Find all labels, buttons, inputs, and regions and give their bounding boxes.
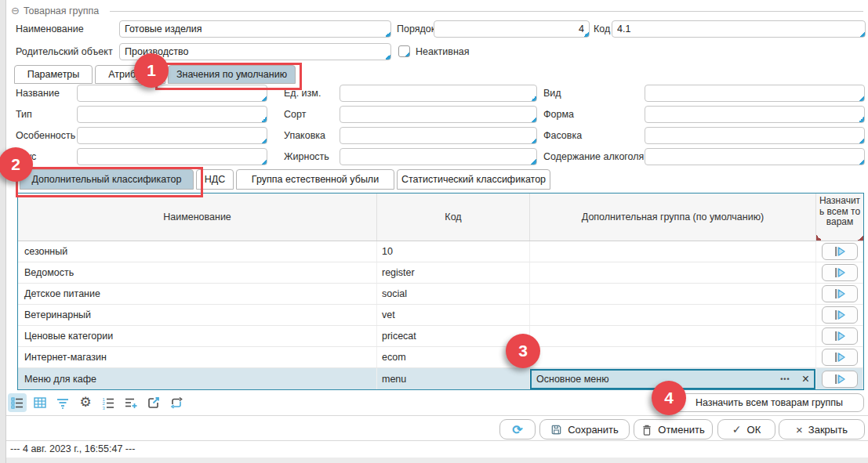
- code-input[interactable]: [612, 20, 866, 38]
- assign-row-button[interactable]: [822, 327, 858, 345]
- cell-default-group[interactable]: [530, 305, 816, 325]
- annotation-badge-3: 3: [506, 334, 540, 368]
- field-label: Ед. изм.: [284, 85, 321, 102]
- list-view-icon[interactable]: [8, 393, 27, 412]
- run-assign-icon: [833, 267, 846, 278]
- save-disk-icon: [550, 424, 562, 436]
- groupbox-title: ⊖ Товарная группа: [11, 5, 104, 16]
- cell-assign: [816, 262, 863, 283]
- assign-row-button[interactable]: [822, 243, 858, 260]
- refresh-button[interactable]: ⟳: [499, 419, 536, 439]
- ok-button[interactable]: ✓ ОК: [717, 419, 775, 439]
- field-label: Вид: [543, 85, 561, 102]
- cancel-button[interactable]: Отменить: [634, 419, 713, 439]
- assign-all-products-button[interactable]: Назначить всем товарам группы: [674, 393, 864, 412]
- cell-default-group[interactable]: [530, 347, 816, 367]
- tab-parameters[interactable]: Параметры: [14, 65, 93, 84]
- upakovka-input[interactable]: [340, 127, 537, 144]
- forma-input[interactable]: [645, 106, 865, 123]
- cell-code: register: [377, 262, 530, 283]
- refresh-icon: ⟳: [512, 422, 522, 437]
- close-button[interactable]: × Закрыть: [779, 419, 865, 439]
- field-label: Форма: [543, 106, 574, 123]
- cell-name: Ведомость: [18, 262, 377, 283]
- parent-label: Родительский объект: [16, 43, 113, 60]
- order-input[interactable]: [434, 20, 590, 38]
- table-row[interactable]: Ведомость register: [18, 262, 863, 284]
- open-in-new-icon[interactable]: [144, 393, 163, 412]
- table-row[interactable]: Интернет-магазин ecom: [18, 347, 863, 368]
- field-label: Жирность: [284, 148, 329, 165]
- filter-icon[interactable]: [53, 393, 72, 412]
- osobennost-input[interactable]: [77, 127, 267, 144]
- vid-input[interactable]: [645, 85, 865, 102]
- column-header-code[interactable]: Код: [377, 194, 530, 241]
- table-row-selected[interactable]: Меню для кафе menu Основное меню ••• ×: [18, 368, 863, 389]
- groupbox-label: Товарная группа: [24, 5, 99, 16]
- grid-view-icon[interactable]: [31, 393, 49, 412]
- name-label: Наименование: [16, 20, 84, 38]
- inactive-checkbox[interactable]: [398, 45, 410, 57]
- sort-input[interactable]: [340, 106, 537, 123]
- column-header-assign-all[interactable]: Назначить всем товарам: [816, 194, 863, 241]
- cell-assign: [816, 305, 863, 325]
- cell-default-group[interactable]: [530, 326, 816, 346]
- numbered-list-icon[interactable]: 123: [99, 393, 118, 412]
- table-row[interactable]: сезонный 10: [18, 241, 863, 262]
- settings-gear-icon[interactable]: ⚙: [76, 393, 95, 412]
- column-header-name[interactable]: Наименование: [18, 194, 377, 241]
- collapse-icon[interactable]: ⊖: [11, 5, 20, 16]
- assign-row-button[interactable]: [822, 285, 858, 302]
- cell-name: сезонный: [18, 241, 377, 262]
- close-button-label: Закрыть: [808, 424, 848, 436]
- annotation-badge-1: 1: [134, 53, 169, 88]
- run-assign-icon: [833, 288, 846, 299]
- assign-row-button[interactable]: [822, 371, 858, 388]
- assign-row-button[interactable]: [822, 264, 858, 281]
- save-button[interactable]: Сохранить: [539, 419, 630, 439]
- assign-row-button[interactable]: [822, 349, 858, 366]
- column-header-default-group[interactable]: Дополнительная группа (по умолчанию): [530, 194, 816, 241]
- ok-button-label: ОК: [747, 424, 761, 436]
- vkus-input[interactable]: [77, 148, 267, 165]
- name-input[interactable]: [119, 20, 391, 38]
- field-label: Тип: [16, 106, 32, 123]
- nazvanie-input[interactable]: [77, 85, 267, 102]
- reload-icon[interactable]: [167, 393, 186, 412]
- fasovka-input[interactable]: [645, 127, 865, 144]
- cell-name: Детское питание: [18, 284, 377, 304]
- tab-additional-classifier[interactable]: Дополнительный классификатор: [20, 169, 194, 190]
- field-label: Сорт: [284, 106, 306, 123]
- truncation-triangle-icon: [858, 235, 863, 241]
- tab-statistical-classifier[interactable]: Статистический классификатор: [397, 169, 550, 190]
- table-row[interactable]: Ветеринарный vet: [18, 305, 863, 326]
- combo-clear-button[interactable]: ×: [802, 373, 809, 385]
- divider: [6, 415, 868, 416]
- assign-row-button[interactable]: [822, 306, 858, 324]
- cell-default-group[interactable]: [530, 262, 816, 283]
- list-add-icon[interactable]: [122, 393, 140, 412]
- tab-vat[interactable]: НДС: [196, 169, 234, 190]
- cell-assign: [816, 326, 863, 346]
- alcohol-input[interactable]: [645, 148, 865, 165]
- tab-natural-loss-group[interactable]: Группа естественной убыли: [236, 169, 394, 190]
- combo-value: Основное меню: [536, 374, 609, 385]
- check-icon: ✓: [732, 423, 742, 436]
- groupbox-rule: [110, 11, 863, 12]
- run-assign-icon: [833, 374, 846, 385]
- status-bar: --- 4 авг. 2023 г., 16:55:47 ---: [10, 443, 135, 454]
- cell-code: social: [377, 284, 530, 304]
- cell-default-group[interactable]: [530, 241, 816, 262]
- combo-lookup-button[interactable]: •••: [775, 374, 794, 384]
- divider: [6, 440, 868, 441]
- table-row[interactable]: Детское питание social: [18, 284, 863, 305]
- trash-icon: [641, 424, 652, 436]
- table-row[interactable]: Ценовые категории pricecat: [18, 326, 863, 347]
- edizm-input[interactable]: [340, 85, 537, 102]
- cell-default-group[interactable]: [530, 284, 816, 304]
- cell-name: Интернет-магазин: [18, 347, 377, 367]
- tip-input[interactable]: [77, 106, 267, 123]
- zhirnost-input[interactable]: [340, 148, 537, 165]
- run-assign-icon: [833, 246, 846, 257]
- tab-default-values[interactable]: Значения по умолчанию: [168, 65, 296, 84]
